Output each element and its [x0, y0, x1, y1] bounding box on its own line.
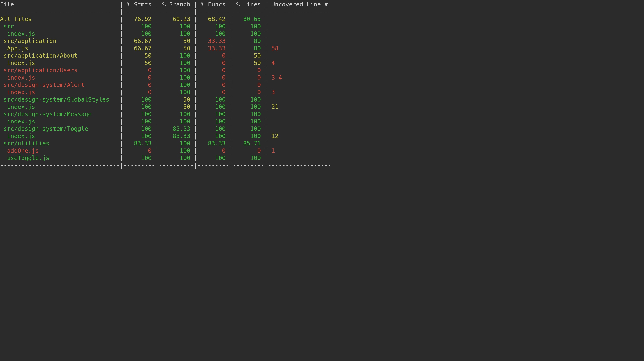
stmts-cell: 83.33 — [123, 140, 155, 147]
file-cell: src/design-system/Toggle — [0, 125, 120, 132]
divider-row: ----------------------------------|-----… — [0, 8, 332, 15]
uncovered-cell — [268, 155, 272, 161]
pipe: | — [155, 52, 159, 59]
branch-cell: 100 — [159, 59, 194, 66]
pipe: | — [120, 45, 123, 52]
pipe: | — [194, 67, 198, 74]
branch-cell: 50 — [159, 96, 194, 103]
stmts-cell: 66.67 — [123, 45, 155, 52]
branch-cell: 100 — [159, 118, 194, 125]
col-lines-header: % Lines — [233, 1, 264, 8]
branch-cell: 100 — [159, 23, 194, 30]
pipe: | — [155, 30, 159, 37]
pipe: | — [229, 74, 233, 81]
file-cell: src/design-system/Message — [0, 111, 120, 118]
file-cell: src/application/About — [0, 52, 120, 59]
pipe: | — [194, 125, 198, 132]
branch-cell: 50 — [159, 103, 194, 110]
pipe: | — [155, 125, 159, 132]
pipe: | — [229, 133, 233, 140]
uncovered-cell: 1 — [268, 147, 275, 154]
pipe: | — [264, 16, 268, 22]
stmts-cell: 100 — [123, 30, 155, 37]
branch-cell: 100 — [159, 52, 194, 59]
funcs-cell: 100 — [198, 30, 229, 37]
funcs-cell: 100 — [198, 118, 229, 125]
pipe: | — [194, 1, 198, 8]
branch-cell: 83.33 — [159, 133, 194, 140]
pipe: | — [155, 133, 159, 140]
pipe: | — [229, 89, 233, 96]
branch-cell: 100 — [159, 67, 194, 74]
col-uncovered-header: Uncovered Line # — [268, 1, 328, 8]
pipe: | — [155, 89, 159, 96]
branch-cell: 100 — [159, 111, 194, 118]
funcs-cell: 0 — [198, 59, 229, 66]
file-cell: src/design-system/GlobalStyles — [0, 96, 120, 103]
pipe: | — [194, 147, 198, 154]
pipe: | — [120, 125, 123, 132]
uncovered-cell: 21 — [268, 103, 278, 110]
uncovered-cell — [268, 140, 272, 147]
file-cell: src/application/Users — [0, 67, 120, 74]
uncovered-cell — [268, 81, 272, 88]
lines-cell: 80 — [233, 38, 264, 44]
pipe: | — [264, 38, 268, 44]
pipe: | — [264, 81, 268, 88]
pipe: | — [229, 30, 233, 37]
file-cell: App.js — [0, 45, 120, 52]
pipe: | — [120, 52, 123, 59]
file-cell: index.js — [0, 74, 120, 81]
pipe: | — [229, 16, 233, 22]
pipe: | — [264, 103, 268, 110]
stmts-cell: 100 — [123, 118, 155, 125]
pipe: | — [155, 111, 159, 118]
lines-cell: 85.71 — [233, 140, 264, 147]
pipe: | — [120, 89, 123, 96]
pipe: | — [229, 52, 233, 59]
pipe: | — [229, 67, 233, 74]
pipe: | — [229, 23, 233, 30]
branch-cell: 100 — [159, 140, 194, 147]
file-cell: src — [0, 23, 120, 30]
branch-cell: 100 — [159, 89, 194, 96]
funcs-cell: 33.33 — [198, 38, 229, 44]
pipe: | — [194, 96, 198, 103]
pipe: | — [264, 59, 268, 66]
pipe: | — [120, 155, 123, 161]
file-cell: index.js — [0, 133, 120, 140]
stmts-cell: 100 — [123, 155, 155, 161]
lines-cell: 0 — [233, 67, 264, 74]
pipe: | — [120, 74, 123, 81]
lines-cell: 100 — [233, 103, 264, 110]
pipe: | — [155, 103, 159, 110]
coverage-report: File | % Stmts | % Branch | % Funcs | % … — [0, 0, 644, 170]
stmts-cell: 100 — [123, 111, 155, 118]
funcs-cell: 33.33 — [198, 45, 229, 52]
funcs-cell: 100 — [198, 111, 229, 118]
lines-cell: 100 — [233, 96, 264, 103]
pipe: | — [264, 45, 268, 52]
pipe: | — [229, 118, 233, 125]
col-stmts-header: % Stmts — [123, 1, 155, 8]
uncovered-cell — [268, 118, 272, 125]
uncovered-cell — [268, 52, 272, 59]
pipe: | — [120, 67, 123, 74]
pipe: | — [264, 30, 268, 37]
funcs-cell: 0 — [198, 81, 229, 88]
pipe: | — [155, 147, 159, 154]
pipe: | — [229, 59, 233, 66]
lines-cell: 50 — [233, 59, 264, 66]
file-cell: useToggle.js — [0, 155, 120, 161]
stmts-cell: 50 — [123, 59, 155, 66]
pipe: | — [264, 67, 268, 74]
pipe: | — [194, 111, 198, 118]
pipe: | — [155, 96, 159, 103]
stmts-cell: 100 — [123, 133, 155, 140]
pipe: | — [120, 140, 123, 147]
lines-cell: 100 — [233, 155, 264, 161]
pipe: | — [194, 23, 198, 30]
pipe: | — [194, 118, 198, 125]
file-cell: index.js — [0, 30, 120, 37]
branch-cell: 50 — [159, 45, 194, 52]
